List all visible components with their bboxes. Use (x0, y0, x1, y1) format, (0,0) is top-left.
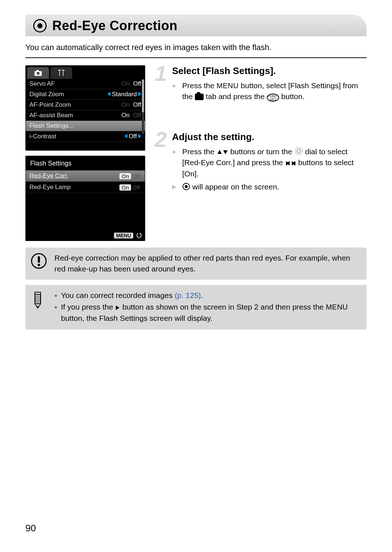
svg-point-1 (37, 23, 42, 28)
submenu-row: Red-Eye LampOn Off (26, 182, 145, 193)
intro-text: You can automatically correct red eyes i… (25, 43, 367, 52)
svg-point-6 (297, 149, 301, 153)
step-2-line-1: Press the buttons or turn the dial to se… (172, 146, 367, 179)
menu-row: AF-Point ZoomOn Off (26, 100, 145, 110)
menu-back-indicator: MENU (114, 233, 142, 238)
svg-point-4 (37, 72, 40, 75)
tip-1: You can correct recorded images (p. 125)… (54, 290, 360, 301)
warning-note: Red-eye correction may be applied to oth… (25, 248, 367, 280)
menu-row: Flash Settings... (26, 121, 145, 131)
step-2-line-2: will appear on the screen. (172, 181, 367, 192)
menu-row: Servo AFOn Off (26, 79, 145, 89)
step-number-1: 1 (155, 61, 167, 86)
tip-2: If you press the button as shown on the … (54, 302, 360, 324)
page-number: 90 (25, 523, 36, 534)
step-1-title: Select [Flash Settings]. (172, 65, 367, 77)
step-2-title: Adjust the setting. (172, 131, 367, 143)
up-down-buttons-icon (217, 149, 228, 155)
step-2: 2 Adjust the setting. Press the buttons … (155, 131, 367, 193)
right-button-icon (115, 305, 120, 311)
svg-point-5 (295, 147, 302, 155)
red-eye-icon (33, 19, 47, 33)
red-eye-result-icon (182, 183, 190, 191)
step-1: 1 Select [Flash Settings]. Press the MEN… (155, 65, 367, 102)
tools-tab-icon (50, 67, 72, 79)
section-title: Red-Eye Correction (52, 18, 177, 33)
left-right-buttons-icon (285, 160, 296, 166)
menu-button-label: MENU (326, 303, 348, 311)
submenu-row: Red-Eye Corr.On Off (26, 171, 145, 182)
submenu-title: Flash Settings (26, 156, 145, 171)
svg-rect-10 (38, 256, 40, 263)
warning-text: Red-eye correction may be applied to oth… (54, 254, 350, 273)
svg-rect-3 (36, 70, 39, 71)
divider (25, 57, 367, 58)
svg-point-8 (185, 185, 188, 188)
camera-menu-screenshot-1: Servo AFOn OffDigital ZoomStandardAF-Poi… (25, 65, 145, 151)
warning-icon (30, 253, 47, 269)
pencil-icon (30, 290, 45, 309)
camera-menu-screenshot-2: Flash Settings Red-Eye Corr.On OffRed-Ey… (25, 156, 145, 241)
menu-row: i-ContrastOff (26, 131, 145, 142)
section-header: Red-Eye Correction (25, 15, 367, 36)
menu-row: AF-assist BeamOn Off (26, 110, 145, 121)
svg-point-11 (38, 264, 40, 266)
step-1-text: Press the MENU button, select [Flash Set… (172, 80, 367, 102)
menu-button-label: MENU (217, 82, 239, 90)
control-dial-icon (294, 147, 303, 155)
camera-tab-inline-icon (195, 94, 204, 100)
tip-list: You can correct recorded images (p. 125)… (54, 290, 360, 324)
menu-row: Digital ZoomStandard (26, 89, 145, 100)
func-set-button-icon: FUNC.SET (267, 94, 279, 102)
camera-tab-icon (27, 67, 49, 79)
tip-note: You can correct recorded images (p. 125)… (25, 285, 367, 330)
page-ref-link[interactable]: (p. 125) (175, 291, 201, 299)
step-number-2: 2 (155, 127, 167, 152)
